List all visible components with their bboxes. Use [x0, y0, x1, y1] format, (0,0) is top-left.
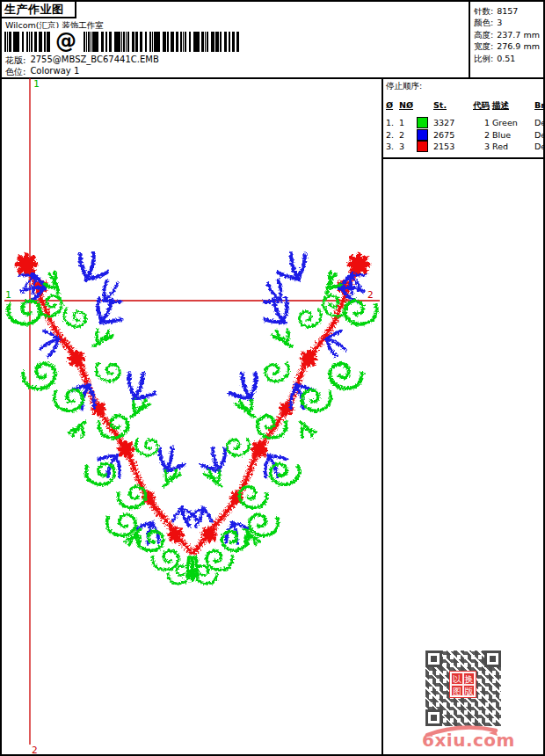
row-description: Green	[492, 117, 532, 129]
stop-sequence-panel: 停止顺序: Ø NØ St. 代码 描述 Brand 元素 1. 1 3327 …	[382, 79, 543, 754]
qr-code: 以 换 图 版	[424, 649, 503, 728]
column-header-stitches: St.	[433, 99, 466, 112]
start-marker-top: 1	[33, 78, 40, 90]
row-needle: 3	[399, 141, 414, 153]
barcode-at-symbol: @	[50, 28, 82, 55]
embroidery-design	[7, 250, 378, 586]
logo-text: 6xiu.com	[422, 730, 515, 751]
row-description: Red	[492, 141, 532, 153]
page-title: 生产作业图	[4, 2, 64, 18]
row-order: 3.	[386, 141, 396, 153]
table-header-row: Ø NØ St. 代码 描述 Brand 元素	[386, 93, 541, 117]
row-code: 1	[469, 117, 490, 129]
table-row: 2. 2 2675 2 Blue Default	[386, 129, 541, 142]
colors-value: 3	[497, 17, 502, 28]
stamp-char: 以	[451, 672, 463, 685]
pattern-line: 花版: 2755@MBSZ_BC67441C.EMB	[5, 55, 159, 67]
end-marker-bottom: 2	[32, 745, 38, 756]
barcode: @	[4, 32, 240, 52]
stamp-char: 版	[463, 685, 476, 697]
site-logo: 6xiu.com	[418, 721, 506, 754]
table-row: 1. 1 3327 1 Green Default	[386, 117, 541, 129]
column-header-brand: Brand	[534, 99, 545, 112]
width-value: 276.9 mm	[497, 40, 540, 52]
row-brand: Default	[534, 129, 545, 142]
height-value: 237.7 mm	[497, 29, 540, 40]
width-label: 宽度:	[474, 40, 493, 52]
qr-finder-icon	[484, 651, 501, 667]
colorway-value: Colorway 1	[30, 66, 79, 78]
color-swatch-blue	[417, 129, 428, 141]
colorway-label: 色位:	[5, 66, 25, 78]
stop-sequence-table: 停止顺序: Ø NØ St. 代码 描述 Brand 元素 1. 1 3327 …	[383, 79, 543, 159]
design-stats-box: 针数:8157 颜色:3 高度:237.7 mm 宽度:276.9 mm 比例:…	[469, 2, 543, 77]
qr-finder-icon	[425, 651, 442, 667]
pattern-label: 花版:	[5, 55, 25, 67]
page-title-box: 生产作业图	[2, 2, 76, 18]
stamp-char: 换	[463, 672, 476, 685]
row-order: 1.	[386, 117, 396, 129]
row-needle: 1	[399, 117, 414, 129]
height-label: 高度:	[474, 29, 493, 40]
row-brand: Default	[534, 141, 545, 153]
column-header-description: 描述	[492, 99, 532, 112]
row-description: Blue	[492, 129, 532, 142]
stitches-label: 针数:	[474, 5, 493, 17]
colors-label: 颜色:	[474, 17, 493, 28]
row-brand: Default	[534, 117, 545, 129]
color-swatch-green	[417, 117, 428, 128]
colorway-line: 色位: Colorway 1	[5, 66, 79, 78]
stamp-char: 图	[451, 685, 463, 697]
table-row: 3. 3 2153 3 Red Default	[386, 141, 541, 153]
row-needle: 2	[399, 129, 414, 142]
stitches-value: 8157	[497, 5, 518, 17]
row-stitches: 3327	[433, 117, 466, 129]
column-header-order: Ø	[386, 99, 396, 112]
scale-label: 比例:	[474, 53, 493, 64]
column-header-code: 代码	[469, 99, 490, 112]
stop-sequence-title: 停止顺序:	[386, 81, 541, 92]
color-swatch-red	[417, 141, 428, 152]
start-marker-left: 1	[5, 289, 11, 301]
row-stitches: 2153	[433, 141, 466, 153]
end-marker-right: 2	[367, 289, 374, 301]
pattern-value: 2755@MBSZ_BC67441C.EMB	[30, 55, 158, 67]
production-worksheet: 生产作业图 Wilcom(汇京) 装饰工作室 @ 花版: 2755@MBSZ_B…	[0, 0, 545, 756]
qr-red-stamp: 以 换 图 版	[450, 672, 476, 697]
scale-value: 0.51	[497, 53, 515, 64]
column-header-needle: NØ	[399, 99, 414, 112]
row-stitches: 2675	[433, 129, 466, 142]
row-code: 2	[469, 129, 490, 142]
row-order: 2.	[386, 129, 396, 142]
row-code: 3	[469, 141, 490, 153]
